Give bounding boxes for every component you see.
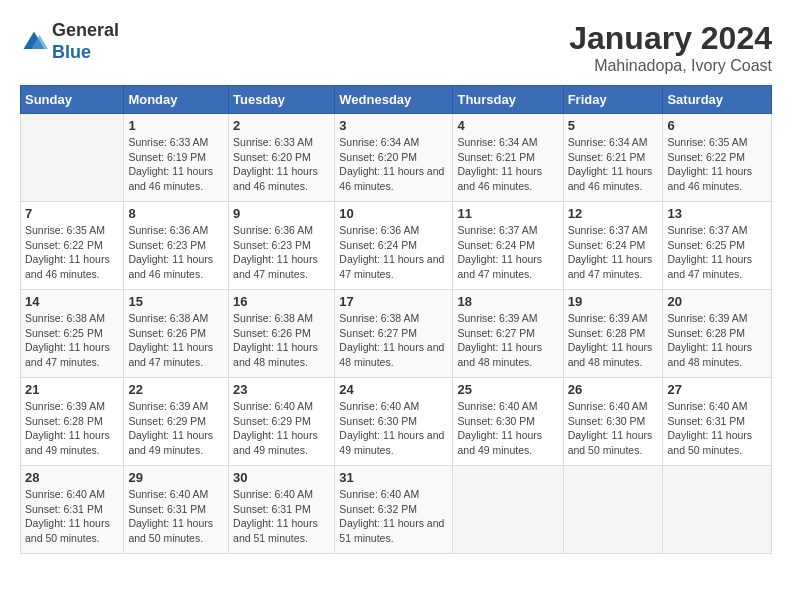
day-number: 23	[233, 382, 330, 397]
calendar-cell: 13Sunrise: 6:37 AM Sunset: 6:25 PM Dayli…	[663, 202, 772, 290]
day-info: Sunrise: 6:34 AM Sunset: 6:21 PM Dayligh…	[568, 135, 659, 194]
calendar-cell: 7Sunrise: 6:35 AM Sunset: 6:22 PM Daylig…	[21, 202, 124, 290]
day-info: Sunrise: 6:38 AM Sunset: 6:26 PM Dayligh…	[128, 311, 224, 370]
calendar-cell: 19Sunrise: 6:39 AM Sunset: 6:28 PM Dayli…	[563, 290, 663, 378]
calendar-cell: 11Sunrise: 6:37 AM Sunset: 6:24 PM Dayli…	[453, 202, 563, 290]
day-number: 4	[457, 118, 558, 133]
day-info: Sunrise: 6:37 AM Sunset: 6:24 PM Dayligh…	[457, 223, 558, 282]
day-info: Sunrise: 6:40 AM Sunset: 6:32 PM Dayligh…	[339, 487, 448, 546]
calendar-cell: 16Sunrise: 6:38 AM Sunset: 6:26 PM Dayli…	[229, 290, 335, 378]
title-block: January 2024 Mahinadopa, Ivory Coast	[569, 20, 772, 75]
logo: General Blue	[20, 20, 119, 63]
day-info: Sunrise: 6:40 AM Sunset: 6:30 PM Dayligh…	[457, 399, 558, 458]
calendar-cell	[563, 466, 663, 554]
header-tuesday: Tuesday	[229, 86, 335, 114]
day-info: Sunrise: 6:39 AM Sunset: 6:28 PM Dayligh…	[667, 311, 767, 370]
calendar-week-row: 7Sunrise: 6:35 AM Sunset: 6:22 PM Daylig…	[21, 202, 772, 290]
calendar-cell: 22Sunrise: 6:39 AM Sunset: 6:29 PM Dayli…	[124, 378, 229, 466]
header-saturday: Saturday	[663, 86, 772, 114]
day-info: Sunrise: 6:33 AM Sunset: 6:20 PM Dayligh…	[233, 135, 330, 194]
header-friday: Friday	[563, 86, 663, 114]
day-info: Sunrise: 6:35 AM Sunset: 6:22 PM Dayligh…	[667, 135, 767, 194]
calendar-cell: 31Sunrise: 6:40 AM Sunset: 6:32 PM Dayli…	[335, 466, 453, 554]
day-number: 13	[667, 206, 767, 221]
calendar-cell: 8Sunrise: 6:36 AM Sunset: 6:23 PM Daylig…	[124, 202, 229, 290]
calendar-cell: 20Sunrise: 6:39 AM Sunset: 6:28 PM Dayli…	[663, 290, 772, 378]
day-number: 14	[25, 294, 119, 309]
day-info: Sunrise: 6:39 AM Sunset: 6:28 PM Dayligh…	[568, 311, 659, 370]
calendar-cell: 26Sunrise: 6:40 AM Sunset: 6:30 PM Dayli…	[563, 378, 663, 466]
calendar-header-row: SundayMondayTuesdayWednesdayThursdayFrid…	[21, 86, 772, 114]
day-info: Sunrise: 6:39 AM Sunset: 6:28 PM Dayligh…	[25, 399, 119, 458]
calendar-cell: 5Sunrise: 6:34 AM Sunset: 6:21 PM Daylig…	[563, 114, 663, 202]
day-number: 29	[128, 470, 224, 485]
logo-icon	[20, 28, 48, 56]
calendar-cell: 21Sunrise: 6:39 AM Sunset: 6:28 PM Dayli…	[21, 378, 124, 466]
calendar-cell: 28Sunrise: 6:40 AM Sunset: 6:31 PM Dayli…	[21, 466, 124, 554]
page-header: General Blue January 2024 Mahinadopa, Iv…	[20, 20, 772, 75]
day-number: 24	[339, 382, 448, 397]
calendar-cell: 14Sunrise: 6:38 AM Sunset: 6:25 PM Dayli…	[21, 290, 124, 378]
calendar-cell: 18Sunrise: 6:39 AM Sunset: 6:27 PM Dayli…	[453, 290, 563, 378]
calendar-cell: 29Sunrise: 6:40 AM Sunset: 6:31 PM Dayli…	[124, 466, 229, 554]
main-title: January 2024	[569, 20, 772, 57]
calendar-table: SundayMondayTuesdayWednesdayThursdayFrid…	[20, 85, 772, 554]
calendar-cell: 10Sunrise: 6:36 AM Sunset: 6:24 PM Dayli…	[335, 202, 453, 290]
day-info: Sunrise: 6:40 AM Sunset: 6:29 PM Dayligh…	[233, 399, 330, 458]
calendar-week-row: 14Sunrise: 6:38 AM Sunset: 6:25 PM Dayli…	[21, 290, 772, 378]
calendar-cell: 27Sunrise: 6:40 AM Sunset: 6:31 PM Dayli…	[663, 378, 772, 466]
calendar-cell: 25Sunrise: 6:40 AM Sunset: 6:30 PM Dayli…	[453, 378, 563, 466]
header-thursday: Thursday	[453, 86, 563, 114]
day-info: Sunrise: 6:40 AM Sunset: 6:31 PM Dayligh…	[667, 399, 767, 458]
calendar-cell	[21, 114, 124, 202]
day-info: Sunrise: 6:40 AM Sunset: 6:30 PM Dayligh…	[568, 399, 659, 458]
day-info: Sunrise: 6:40 AM Sunset: 6:30 PM Dayligh…	[339, 399, 448, 458]
day-info: Sunrise: 6:38 AM Sunset: 6:25 PM Dayligh…	[25, 311, 119, 370]
calendar-week-row: 1Sunrise: 6:33 AM Sunset: 6:19 PM Daylig…	[21, 114, 772, 202]
day-number: 19	[568, 294, 659, 309]
day-info: Sunrise: 6:35 AM Sunset: 6:22 PM Dayligh…	[25, 223, 119, 282]
calendar-cell: 6Sunrise: 6:35 AM Sunset: 6:22 PM Daylig…	[663, 114, 772, 202]
day-info: Sunrise: 6:34 AM Sunset: 6:21 PM Dayligh…	[457, 135, 558, 194]
day-number: 5	[568, 118, 659, 133]
calendar-cell: 23Sunrise: 6:40 AM Sunset: 6:29 PM Dayli…	[229, 378, 335, 466]
day-number: 16	[233, 294, 330, 309]
day-number: 17	[339, 294, 448, 309]
day-info: Sunrise: 6:40 AM Sunset: 6:31 PM Dayligh…	[25, 487, 119, 546]
calendar-cell: 17Sunrise: 6:38 AM Sunset: 6:27 PM Dayli…	[335, 290, 453, 378]
day-info: Sunrise: 6:40 AM Sunset: 6:31 PM Dayligh…	[233, 487, 330, 546]
day-info: Sunrise: 6:38 AM Sunset: 6:27 PM Dayligh…	[339, 311, 448, 370]
calendar-cell: 2Sunrise: 6:33 AM Sunset: 6:20 PM Daylig…	[229, 114, 335, 202]
day-number: 28	[25, 470, 119, 485]
calendar-cell	[453, 466, 563, 554]
logo-text: General Blue	[52, 20, 119, 63]
day-info: Sunrise: 6:36 AM Sunset: 6:23 PM Dayligh…	[233, 223, 330, 282]
day-info: Sunrise: 6:40 AM Sunset: 6:31 PM Dayligh…	[128, 487, 224, 546]
day-number: 22	[128, 382, 224, 397]
calendar-cell: 1Sunrise: 6:33 AM Sunset: 6:19 PM Daylig…	[124, 114, 229, 202]
day-number: 21	[25, 382, 119, 397]
day-number: 6	[667, 118, 767, 133]
day-number: 25	[457, 382, 558, 397]
day-number: 26	[568, 382, 659, 397]
calendar-week-row: 21Sunrise: 6:39 AM Sunset: 6:28 PM Dayli…	[21, 378, 772, 466]
calendar-cell: 4Sunrise: 6:34 AM Sunset: 6:21 PM Daylig…	[453, 114, 563, 202]
calendar-cell: 15Sunrise: 6:38 AM Sunset: 6:26 PM Dayli…	[124, 290, 229, 378]
day-number: 1	[128, 118, 224, 133]
day-info: Sunrise: 6:37 AM Sunset: 6:25 PM Dayligh…	[667, 223, 767, 282]
day-number: 18	[457, 294, 558, 309]
day-number: 10	[339, 206, 448, 221]
calendar-cell: 3Sunrise: 6:34 AM Sunset: 6:20 PM Daylig…	[335, 114, 453, 202]
day-number: 15	[128, 294, 224, 309]
day-number: 11	[457, 206, 558, 221]
day-number: 20	[667, 294, 767, 309]
day-info: Sunrise: 6:36 AM Sunset: 6:24 PM Dayligh…	[339, 223, 448, 282]
day-number: 3	[339, 118, 448, 133]
day-number: 31	[339, 470, 448, 485]
day-number: 12	[568, 206, 659, 221]
subtitle: Mahinadopa, Ivory Coast	[569, 57, 772, 75]
day-number: 2	[233, 118, 330, 133]
header-monday: Monday	[124, 86, 229, 114]
day-info: Sunrise: 6:39 AM Sunset: 6:27 PM Dayligh…	[457, 311, 558, 370]
day-number: 27	[667, 382, 767, 397]
